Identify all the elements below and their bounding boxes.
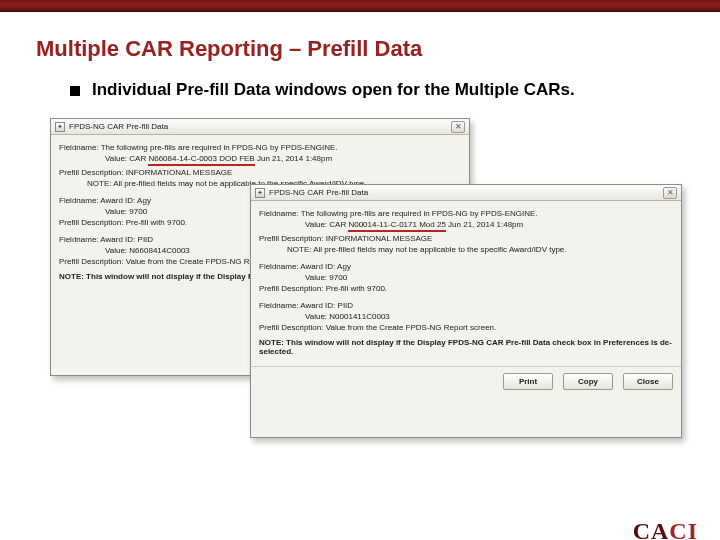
brand-top-bar: [0, 0, 720, 12]
titlebar: ✦ FPDS-NG CAR Pre-fill Data ✕: [51, 119, 469, 135]
logo-text: CACI: [632, 518, 698, 540]
highlight-underline: N00014-11-C-0171 Mod 25: [348, 220, 445, 232]
window-title: FPDS-NG CAR Pre-fill Data: [69, 122, 451, 131]
close-icon[interactable]: ✕: [663, 187, 677, 199]
text-line: Prefill Description: Value from the Crea…: [259, 323, 673, 332]
screenshot-stage: ✦ FPDS-NG CAR Pre-fill Data ✕ Fieldname:…: [50, 118, 684, 438]
window-body: Fieldname: The following pre-fills are r…: [251, 201, 681, 366]
titlebar: ✦ FPDS-NG CAR Pre-fill Data ✕: [251, 185, 681, 201]
bullet-row: Individual Pre-fill Data windows open fo…: [70, 80, 684, 100]
print-button[interactable]: Print: [503, 373, 553, 390]
bullet-square-icon: [70, 86, 80, 96]
text-line: Prefill Description: INFORMATIONAL MESSA…: [259, 234, 673, 243]
text-line: Value: CAR N00014-11-C-0171 Mod 25 Jun 2…: [305, 220, 673, 232]
app-icon: ✦: [255, 188, 265, 198]
close-button[interactable]: Close: [623, 373, 673, 390]
text-line: Fieldname: The following pre-fills are r…: [59, 143, 461, 152]
text-line: Value: N0001411C0003: [305, 312, 673, 321]
text-line: Fieldname: The following pre-fills are r…: [259, 209, 673, 218]
text-line: Value: CAR N66084-14-C-0003 DOD FEB Jun …: [105, 154, 461, 166]
slide: Multiple CAR Reporting – Prefill Data In…: [0, 36, 720, 540]
text-line: Fieldname: Award ID: Agy: [259, 262, 673, 271]
text-line: Value: 9700: [305, 273, 673, 282]
text-line: Fieldname: Award ID: PIID: [259, 301, 673, 310]
close-icon[interactable]: ✕: [451, 121, 465, 133]
text-line: Prefill Description: INFORMATIONAL MESSA…: [59, 168, 461, 177]
company-logo: CACI EVER VIGILANT: [632, 518, 698, 540]
text-line: Prefill Description: Pre-fill with 9700.: [259, 284, 673, 293]
highlight-underline: N66084-14-C-0003 DOD FEB: [148, 154, 254, 166]
note-text: NOTE: This window will not display if th…: [259, 338, 673, 356]
bullet-text: Individual Pre-fill Data windows open fo…: [92, 80, 575, 100]
button-row: Print Copy Close: [251, 366, 681, 398]
text-line: NOTE: All pre-filled fields may not be a…: [287, 245, 673, 254]
copy-button[interactable]: Copy: [563, 373, 613, 390]
window-title: FPDS-NG CAR Pre-fill Data: [269, 188, 663, 197]
app-icon: ✦: [55, 122, 65, 132]
prefill-window-2: ✦ FPDS-NG CAR Pre-fill Data ✕ Fieldname:…: [250, 184, 682, 438]
slide-title: Multiple CAR Reporting – Prefill Data: [36, 36, 720, 62]
